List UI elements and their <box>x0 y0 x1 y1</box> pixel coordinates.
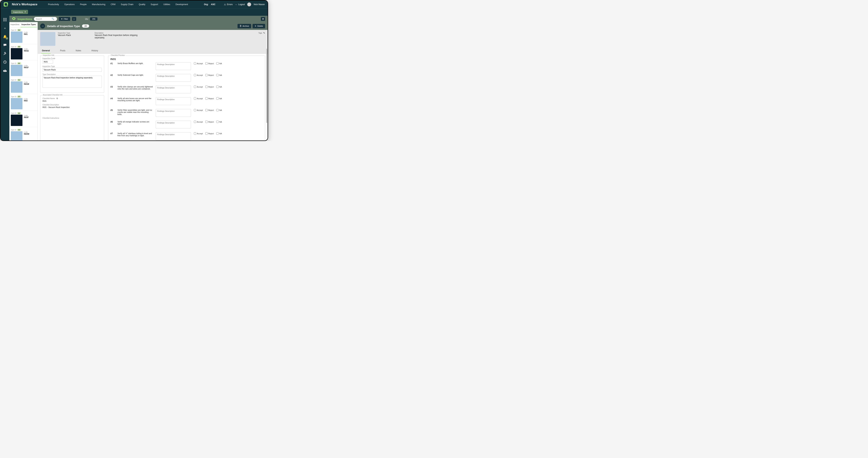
accept-choice[interactable]: Accept <box>194 74 203 76</box>
findings-input[interactable] <box>156 97 191 105</box>
subtab-notes[interactable]: Notes <box>75 48 82 54</box>
tab-inspection-types[interactable]: Inspection Types <box>21 22 37 27</box>
findings-input[interactable] <box>156 109 191 117</box>
search-icon[interactable]: 🔍 <box>52 18 54 20</box>
na-choice[interactable]: NA <box>216 86 222 88</box>
accept-checkbox[interactable] <box>194 86 196 88</box>
nav-people[interactable]: People <box>80 3 87 6</box>
tab-inspections[interactable]: Inspections ✕ <box>11 10 28 14</box>
bell-icon[interactable]: 🔔2 <box>3 34 7 39</box>
accept-choice[interactable]: Accept <box>194 109 203 111</box>
delete-button[interactable]: ✕ Delete <box>252 24 265 28</box>
type-card[interactable]: Type ID 92 Code IN03F <box>9 111 37 127</box>
reject-choice[interactable]: Reject <box>205 121 214 123</box>
na-checkbox[interactable] <box>216 86 219 88</box>
accept-choice[interactable]: Accept <box>194 121 203 123</box>
type-card[interactable]: Type ID 37 Code IN02 <box>9 94 37 111</box>
findings-input[interactable] <box>156 86 191 93</box>
na-checkbox[interactable] <box>216 97 219 100</box>
type-card[interactable]: Type ID 91 Code IN01M <box>9 77 37 94</box>
reject-checkbox[interactable] <box>205 121 208 123</box>
findings-input[interactable] <box>156 121 191 128</box>
accept-choice[interactable]: Accept <box>194 132 203 134</box>
na-choice[interactable]: NA <box>216 121 222 123</box>
na-checkbox[interactable] <box>216 62 219 65</box>
accept-checkbox[interactable] <box>194 121 196 123</box>
findings-input[interactable] <box>156 132 191 140</box>
tab-inspections-list[interactable]: Inspections <box>9 22 21 27</box>
reject-choice[interactable]: Reject <box>205 97 214 100</box>
user-name[interactable]: Nick Mason <box>254 3 265 6</box>
app-logo[interactable] <box>3 2 8 7</box>
cloud-upload-icon[interactable] <box>3 68 7 73</box>
nav-quality[interactable]: Quality <box>138 3 145 6</box>
nav-crm[interactable]: CRM <box>111 3 116 6</box>
reject-choice[interactable]: Reject <box>205 62 214 65</box>
reject-checkbox[interactable] <box>205 109 208 111</box>
plus-icon[interactable]: ＋ <box>3 26 7 30</box>
archive-button[interactable]: 🗄 Archive <box>238 24 251 28</box>
reject-choice[interactable]: Reject <box>205 132 214 134</box>
type-card[interactable]: Type ID 84 Code IN01 <box>9 27 37 44</box>
reject-checkbox[interactable] <box>205 74 208 76</box>
accept-checkbox[interactable] <box>194 109 196 111</box>
accept-choice[interactable]: Accept <box>194 62 203 65</box>
back-button[interactable]: → <box>40 24 45 29</box>
type-card[interactable]: Type ID 93 Code IN03W <box>9 127 37 141</box>
apps-grid-icon[interactable] <box>3 18 7 22</box>
inspection-code-input[interactable] <box>42 60 53 64</box>
na-choice[interactable]: NA <box>216 97 222 100</box>
na-checkbox[interactable] <box>216 74 219 76</box>
na-choice[interactable]: NA <box>216 74 222 76</box>
org-value[interactable]: ASC <box>211 3 215 6</box>
chat-icon[interactable] <box>3 43 7 47</box>
findings-input[interactable] <box>156 62 191 70</box>
type-card[interactable]: Type ID 90 Code IN01F <box>9 61 37 77</box>
inspection-type-input[interactable] <box>42 68 102 72</box>
activity-icon[interactable] <box>3 52 7 56</box>
filter-button[interactable]: ▼ Filter <box>59 17 70 21</box>
logout-button[interactable]: ← Logout <box>235 3 245 6</box>
errors-button[interactable]: ⚠ Errors <box>224 3 233 6</box>
user-avatar[interactable] <box>247 2 251 6</box>
reject-checkbox[interactable] <box>205 86 208 88</box>
reject-choice[interactable]: Reject <box>205 86 214 88</box>
reject-checkbox[interactable] <box>205 62 208 65</box>
nav-development[interactable]: Development <box>176 3 188 6</box>
na-checkbox[interactable] <box>216 121 219 123</box>
type-desc-textarea[interactable] <box>42 76 102 88</box>
reject-checkbox[interactable] <box>205 97 208 100</box>
na-checkbox[interactable] <box>216 132 219 134</box>
nav-operations[interactable]: Operations <box>64 3 75 6</box>
accept-choice[interactable]: Accept <box>194 97 203 100</box>
reject-checkbox[interactable] <box>205 132 208 134</box>
accept-checkbox[interactable] <box>194 62 196 65</box>
na-choice[interactable]: NA <box>216 62 222 65</box>
accept-choice[interactable]: Accept <box>194 86 203 88</box>
add-button[interactable]: ＋ <box>72 17 76 21</box>
na-checkbox[interactable] <box>216 109 219 111</box>
reject-choice[interactable]: Reject <box>205 109 214 111</box>
reject-choice[interactable]: Reject <box>205 74 214 76</box>
close-icon[interactable]: ✕ <box>24 11 26 13</box>
na-choice[interactable]: NA <box>216 109 222 111</box>
accept-checkbox[interactable] <box>194 74 196 76</box>
nav-productivity[interactable]: Productivity <box>48 3 59 6</box>
accept-checkbox[interactable] <box>194 132 196 134</box>
findings-input[interactable] <box>156 74 191 82</box>
subtab-posts[interactable]: Posts <box>59 48 66 54</box>
nav-manufacturing[interactable]: Manufacturing <box>92 3 105 6</box>
settings-button[interactable]: ⚙ <box>261 17 265 21</box>
na-choice[interactable]: NA <box>216 132 222 134</box>
open-link-icon[interactable]: ⧉ <box>56 97 58 100</box>
subtab-general[interactable]: General <box>41 48 51 54</box>
summary-thumbnail[interactable] <box>40 32 55 46</box>
clock-icon[interactable] <box>3 60 7 64</box>
nav-utilities[interactable]: Utilities <box>163 3 170 6</box>
nav-support[interactable]: Support <box>151 3 158 6</box>
accept-checkbox[interactable] <box>194 97 196 100</box>
edit-tags-icon[interactable]: ✎ <box>263 32 265 34</box>
subtab-history[interactable]: History <box>91 48 99 54</box>
search-box[interactable]: 🔍 <box>34 17 57 21</box>
search-input[interactable] <box>36 18 52 20</box>
